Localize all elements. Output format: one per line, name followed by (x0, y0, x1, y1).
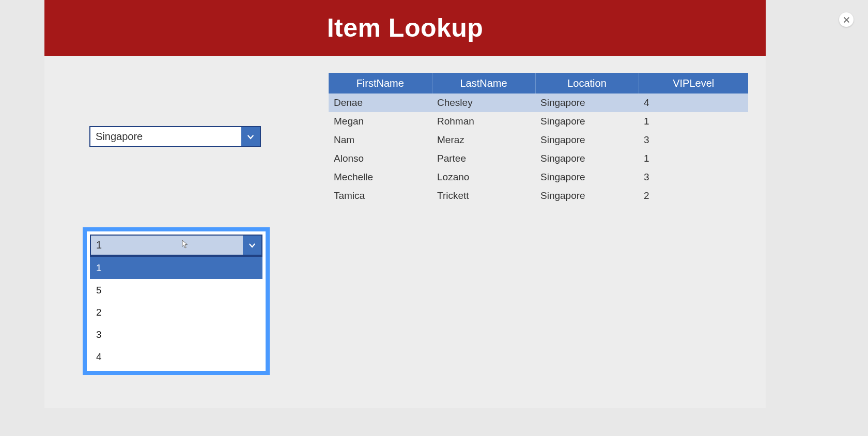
table-cell: Meraz (432, 131, 535, 149)
close-icon (843, 17, 850, 23)
app-window: Item Lookup Singapore 1 15234 FirstName (44, 0, 766, 408)
table-cell: Singapore (535, 168, 639, 186)
table-cell: 1 (639, 112, 748, 131)
table-cell: Mechelle (329, 168, 432, 186)
table-row[interactable]: NamMerazSingapore3 (329, 131, 748, 149)
table-cell: Denae (329, 94, 432, 112)
table-row[interactable]: MechelleLozanoSingapore3 (329, 168, 748, 186)
vip-dropdown-value: 1 (91, 236, 243, 255)
table-cell: Singapore (535, 131, 639, 149)
chevron-down-icon (243, 236, 261, 255)
table-cell: 3 (639, 131, 748, 149)
table-cell: Singapore (535, 94, 639, 112)
chevron-down-icon (241, 127, 260, 146)
table-cell: Chesley (432, 94, 535, 112)
table-cell: Singapore (535, 112, 639, 131)
vip-dropdown-option[interactable]: 3 (90, 323, 262, 346)
table-cell: Trickett (432, 186, 535, 205)
table-cell: Tamica (329, 186, 432, 205)
vip-dropdown-option[interactable]: 1 (90, 257, 262, 279)
vip-dropdown[interactable]: 1 (90, 235, 262, 256)
table-cell: Singapore (535, 186, 639, 205)
table-row[interactable]: AlonsoParteeSingapore1 (329, 149, 748, 168)
vip-dropdown-highlight-frame: 1 15234 (83, 227, 270, 375)
table-cell: Singapore (535, 149, 639, 168)
cursor-icon (182, 240, 189, 249)
table-cell: Partee (432, 149, 535, 168)
table-cell: 4 (639, 94, 748, 112)
vip-dropdown-option[interactable]: 5 (90, 279, 262, 301)
table-row[interactable]: MeganRohmanSingapore1 (329, 112, 748, 131)
vip-dropdown-list: 15234 (90, 256, 262, 368)
table-cell: 1 (639, 149, 748, 168)
col-header-location[interactable]: Location (535, 73, 639, 94)
location-dropdown-value: Singapore (90, 127, 241, 146)
table-row[interactable]: DenaeChesleySingapore4 (329, 94, 748, 112)
location-dropdown[interactable]: Singapore (89, 126, 261, 147)
table-cell: 2 (639, 186, 748, 205)
col-header-firstname[interactable]: FirstName (329, 73, 432, 94)
table-header-row: FirstName LastName Location VIPLevel (329, 73, 748, 94)
vip-dropdown-option[interactable]: 2 (90, 301, 262, 323)
results-table: FirstName LastName Location VIPLevel Den… (329, 73, 748, 205)
header-bar: Item Lookup (44, 0, 766, 56)
col-header-lastname[interactable]: LastName (432, 73, 535, 94)
vip-dropdown-value-text: 1 (96, 239, 102, 251)
table-cell: 3 (639, 168, 748, 186)
close-button[interactable] (839, 12, 854, 27)
vip-dropdown-option[interactable]: 4 (90, 346, 262, 368)
table-cell: Alonso (329, 149, 432, 168)
table-cell: Rohman (432, 112, 535, 131)
table-cell: Megan (329, 112, 432, 131)
table-cell: Nam (329, 131, 432, 149)
col-header-viplevel[interactable]: VIPLevel (639, 73, 748, 94)
table-row[interactable]: TamicaTrickettSingapore2 (329, 186, 748, 205)
table-cell: Lozano (432, 168, 535, 186)
page-title: Item Lookup (327, 13, 484, 43)
